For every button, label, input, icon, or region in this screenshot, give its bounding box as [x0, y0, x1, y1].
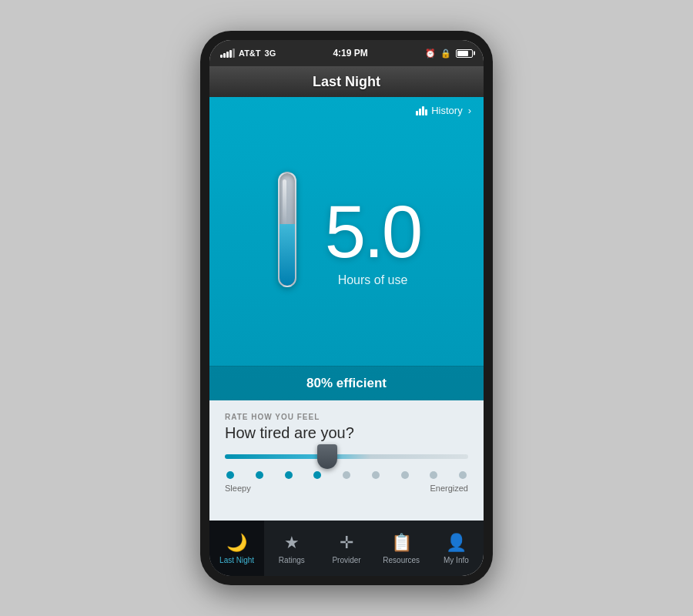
- main-content: History › 5.0 Hours of use: [209, 97, 484, 521]
- battery-fill: [457, 51, 468, 56]
- rate-section-label: RATE HOW YOU FEEL: [225, 413, 468, 421]
- slider-dot-2: [256, 471, 263, 479]
- tab-last-night-label: Last Night: [219, 556, 254, 564]
- rate-question: How tired are you?: [225, 424, 468, 442]
- slider-dot-7: [401, 471, 409, 479]
- time-display: 4:19 PM: [333, 48, 367, 59]
- tab-resources[interactable]: 📋 Resources: [374, 521, 429, 576]
- efficiency-bar: 80% efficient: [209, 366, 484, 400]
- chevron-right-icon: ›: [468, 105, 471, 116]
- slider-dot-8: [430, 471, 437, 479]
- score-display: 5.0 Hours of use: [325, 195, 420, 287]
- slider-dot-5: [343, 471, 350, 479]
- provider-icon: ✛: [340, 533, 353, 553]
- phone-screen: AT&T 3G 4:19 PM ⏰ 🔒 Last Night: [209, 40, 484, 576]
- tab-ratings-label: Ratings: [279, 556, 305, 564]
- slider-max-label: Energized: [430, 484, 468, 493]
- carrier-label: AT&T: [239, 49, 261, 58]
- history-label: History: [431, 105, 462, 116]
- score-area: 5.0 Hours of use: [209, 116, 484, 366]
- last-night-icon: 🌙: [226, 533, 247, 553]
- thermometer-shine: [283, 179, 286, 226]
- slider-dots: [225, 471, 468, 479]
- tab-bar: 🌙 Last Night ★ Ratings ✛ Provider 📋 Reso…: [209, 521, 484, 576]
- title-bar: Last Night: [209, 66, 484, 97]
- slider-dot-6: [372, 471, 380, 479]
- history-bar-icon: [416, 106, 427, 116]
- status-right: ⏰ 🔒: [425, 49, 473, 59]
- lock-icon: 🔒: [440, 49, 451, 59]
- phone-device: AT&T 3G 4:19 PM ⏰ 🔒 Last Night: [200, 31, 493, 585]
- slider-dot-3: [285, 471, 293, 479]
- my-info-icon: 👤: [446, 533, 467, 553]
- status-bar: AT&T 3G 4:19 PM ⏰ 🔒: [209, 40, 484, 66]
- tab-provider-label: Provider: [332, 556, 360, 564]
- history-row: History ›: [209, 97, 484, 116]
- tiredness-slider[interactable]: Sleepy Energized: [225, 454, 468, 508]
- tab-ratings[interactable]: ★ Ratings: [264, 521, 319, 576]
- slider-labels: Sleepy Energized: [225, 484, 468, 493]
- slider-dot-4: [313, 471, 321, 479]
- ratings-icon: ★: [284, 533, 300, 553]
- score-value: 5.0: [325, 195, 420, 269]
- signal-bars-icon: [220, 49, 235, 58]
- page-title: Last Night: [313, 74, 380, 90]
- resources-icon: 📋: [391, 533, 412, 553]
- slider-track: [225, 454, 468, 459]
- thermometer-display: [273, 172, 302, 310]
- tab-resources-label: Resources: [383, 556, 420, 564]
- rating-section: RATE HOW YOU FEEL How tired are you?: [209, 400, 484, 521]
- tab-my-info[interactable]: 👤 My Info: [429, 521, 484, 576]
- slider-min-label: Sleepy: [225, 484, 251, 493]
- network-label: 3G: [265, 49, 276, 58]
- slider-thumb[interactable]: [317, 444, 337, 469]
- slider-dot-9: [459, 471, 467, 479]
- status-left: AT&T 3G: [220, 49, 276, 58]
- alarm-icon: ⏰: [425, 49, 436, 59]
- history-button[interactable]: History ›: [416, 105, 471, 116]
- tab-my-info-label: My Info: [444, 556, 469, 564]
- thermometer-tube: [278, 172, 296, 287]
- slider-dot-1: [226, 471, 234, 479]
- tab-last-night[interactable]: 🌙 Last Night: [209, 521, 264, 576]
- tab-provider[interactable]: ✛ Provider: [319, 521, 373, 576]
- efficiency-text: 80% efficient: [306, 376, 387, 390]
- battery-icon: [456, 49, 473, 58]
- score-label: Hours of use: [338, 273, 408, 287]
- thermometer-fill: [280, 224, 295, 286]
